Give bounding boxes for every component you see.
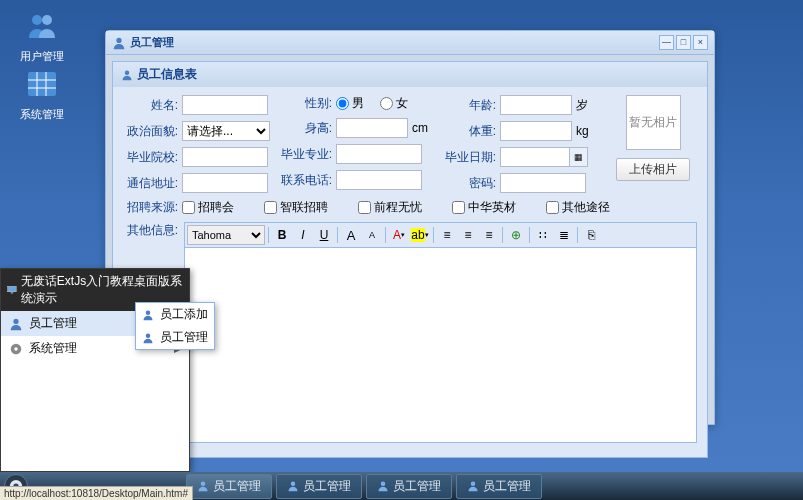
calendar-icon[interactable]: ▦: [570, 147, 588, 167]
input-age[interactable]: [500, 95, 572, 115]
grid-icon: [26, 68, 58, 100]
svg-point-20: [381, 482, 386, 487]
input-school[interactable]: [182, 147, 268, 167]
label-password: 密码:: [441, 175, 496, 192]
source-edit-icon[interactable]: ⎘: [581, 225, 601, 245]
label-graddate: 毕业日期:: [441, 149, 496, 166]
desktop-icon-system[interactable]: 系统管理: [12, 68, 72, 122]
svg-point-7: [116, 37, 121, 42]
task-item[interactable]: 员工管理: [276, 474, 362, 499]
align-center-icon[interactable]: ≡: [458, 225, 478, 245]
select-politics[interactable]: 请选择...: [182, 121, 270, 141]
maximize-button[interactable]: □: [676, 35, 691, 50]
submenu-add[interactable]: 员工添加: [136, 303, 214, 326]
photo-placeholder: 暂无相片: [626, 95, 681, 150]
link-icon[interactable]: ⊕: [506, 225, 526, 245]
font-increase-icon[interactable]: A: [341, 225, 361, 245]
italic-icon[interactable]: I: [293, 225, 313, 245]
panel-body: 姓名: 政治面貌:请选择... 毕业院校: 通信地址: 性别: 男 女 身高:c…: [113, 87, 707, 457]
minimize-button[interactable]: —: [659, 35, 674, 50]
start-menu: 无废话ExtJs入门教程桌面版系统演示 员工管理 ▶ 系统管理 ▶: [0, 268, 190, 472]
svg-point-15: [146, 333, 151, 338]
user-icon: [197, 480, 209, 492]
radio-male[interactable]: 男: [336, 95, 364, 112]
font-select[interactable]: Tahoma: [187, 225, 265, 245]
svg-point-18: [201, 482, 206, 487]
svg-point-14: [146, 310, 151, 315]
label-school: 毕业院校:: [123, 149, 178, 166]
svg-rect-10: [11, 292, 13, 294]
task-item[interactable]: 员工管理: [456, 474, 542, 499]
user-icon: [142, 309, 154, 321]
chk-source-3[interactable]: 中华英材: [452, 199, 516, 216]
richtext-editor[interactable]: [184, 248, 697, 443]
align-right-icon[interactable]: ≡: [479, 225, 499, 245]
desktop-icon-users[interactable]: 用户管理: [12, 10, 72, 64]
input-name[interactable]: [182, 95, 268, 115]
window-titlebar[interactable]: 员工管理 — □ ×: [106, 31, 714, 55]
window-employee: 员工管理 — □ × 员工信息表 姓名: 政治面貌:请选择... 毕业院校: 通…: [105, 30, 715, 425]
input-password[interactable]: [500, 173, 586, 193]
list-ordered-icon[interactable]: ∷: [533, 225, 553, 245]
svg-rect-2: [28, 72, 56, 96]
input-address[interactable]: [182, 173, 268, 193]
label-age: 年龄:: [441, 97, 496, 114]
label-weight: 体重:: [441, 123, 496, 140]
underline-icon[interactable]: U: [314, 225, 334, 245]
svg-point-13: [14, 347, 18, 351]
user-icon: [112, 36, 126, 50]
label-politics: 政治面貌:: [123, 123, 178, 140]
user-icon: [287, 480, 299, 492]
radio-female[interactable]: 女: [380, 95, 408, 112]
window-title: 员工管理: [130, 35, 657, 50]
font-color-icon[interactable]: A▾: [389, 225, 409, 245]
svg-point-1: [42, 15, 52, 25]
svg-rect-9: [8, 286, 17, 292]
input-weight[interactable]: [500, 121, 572, 141]
task-item[interactable]: 员工管理: [366, 474, 452, 499]
svg-point-21: [471, 482, 476, 487]
user-icon: [377, 480, 389, 492]
input-graddate-wrap: ▦: [500, 147, 588, 167]
gear-icon: [9, 342, 23, 356]
chk-source-0[interactable]: 招聘会: [182, 199, 234, 216]
user-icon: [467, 480, 479, 492]
label-source: 招聘来源:: [123, 199, 178, 216]
user-icon: [121, 69, 133, 81]
submenu-manage[interactable]: 员工管理: [136, 326, 214, 349]
input-graddate[interactable]: [500, 147, 570, 167]
highlight-icon[interactable]: ab▾: [410, 225, 430, 245]
label-phone: 联系电话:: [277, 172, 332, 189]
label-height: 身高:: [277, 120, 332, 137]
close-button[interactable]: ×: [693, 35, 708, 50]
label-major: 毕业专业:: [277, 146, 332, 163]
svg-point-19: [291, 482, 296, 487]
chk-source-4[interactable]: 其他途径: [546, 199, 610, 216]
chk-source-2[interactable]: 前程无忧: [358, 199, 422, 216]
task-item[interactable]: 员工管理: [186, 474, 272, 499]
input-height[interactable]: [336, 118, 408, 138]
richtext-toolbar: Tahoma B I U A A A▾ ab▾ ≡ ≡: [184, 222, 697, 248]
label-gender: 性别:: [277, 95, 332, 112]
upload-photo-button[interactable]: 上传相片: [616, 158, 690, 181]
chk-source-1[interactable]: 智联招聘: [264, 199, 328, 216]
align-left-icon[interactable]: ≡: [437, 225, 457, 245]
font-decrease-icon[interactable]: A: [362, 225, 382, 245]
desktop-icon-label: 系统管理: [12, 107, 72, 122]
input-phone[interactable]: [336, 170, 422, 190]
desktop-icon-label: 用户管理: [12, 49, 72, 64]
label-name: 姓名:: [123, 97, 178, 114]
monitor-icon: [7, 284, 17, 296]
panel-title: 员工信息表: [137, 66, 197, 83]
status-url: http://localhost:10818/Desktop/Main.htm#: [0, 486, 193, 500]
user-icon: [142, 332, 154, 344]
input-major[interactable]: [336, 144, 422, 164]
start-submenu: 员工添加 员工管理: [135, 302, 215, 350]
label-address: 通信地址:: [123, 175, 178, 192]
list-unordered-icon[interactable]: ≣: [554, 225, 574, 245]
form-panel: 员工信息表 姓名: 政治面貌:请选择... 毕业院校: 通信地址: 性别: 男 …: [112, 61, 708, 458]
user-icon: [9, 317, 23, 331]
svg-point-8: [125, 70, 130, 75]
bold-icon[interactable]: B: [272, 225, 292, 245]
svg-point-0: [32, 15, 42, 25]
